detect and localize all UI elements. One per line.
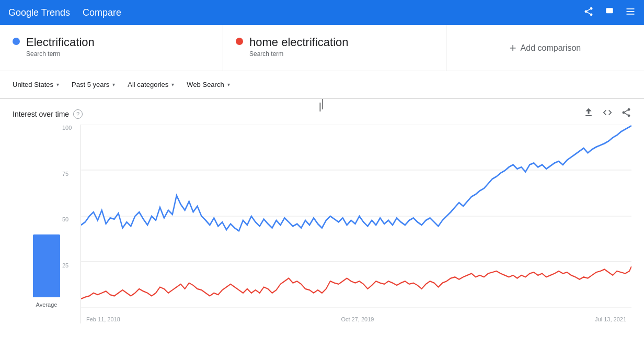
- svg-rect-0: [606, 8, 613, 13]
- location-chevron: ▾: [56, 82, 59, 87]
- blue-line: [81, 126, 631, 231]
- help-label: ?: [76, 111, 79, 117]
- avg-bar-container: Average: [33, 234, 60, 308]
- time-range-label: Past 5 years: [72, 81, 109, 88]
- header-right: [583, 6, 636, 19]
- plus-icon: +: [510, 41, 516, 55]
- search-term-1[interactable]: Electrification Search term: [0, 25, 223, 71]
- notification-icon[interactable]: [604, 6, 615, 19]
- chart-svg: [81, 125, 631, 308]
- chart-right: 100 75 50 25 Feb 11, 2: [80, 125, 631, 323]
- page-title: Compare: [83, 7, 121, 18]
- y-label-25: 25: [62, 262, 72, 268]
- svg-rect-1: [627, 8, 635, 9]
- term1-label: Search term: [26, 50, 95, 58]
- download-button[interactable]: [583, 107, 594, 120]
- chart-section: Interest over time ? Average: [0, 99, 644, 323]
- term2-name: home electrification: [249, 36, 349, 49]
- add-comparison-button[interactable]: + Add comparison: [446, 25, 644, 71]
- term1-text: Electrification Search term: [26, 36, 95, 58]
- location-label: United States: [13, 81, 53, 88]
- add-comparison-label: Add comparison: [521, 43, 581, 53]
- search-terms-bar: Electrification Search term home electri…: [0, 25, 644, 71]
- x-label-1: Feb 11, 2018: [86, 316, 120, 322]
- avg-bar: [33, 234, 60, 297]
- x-label-3: Jul 13, 2021: [595, 316, 626, 322]
- category-filter[interactable]: All categories ▾: [128, 81, 174, 88]
- term2-label: Search term: [249, 50, 349, 58]
- embed-button[interactable]: [602, 107, 613, 120]
- search-type-label: Web Search: [187, 81, 224, 88]
- y-axis: 100 75 50 25: [62, 125, 72, 308]
- share-chart-button[interactable]: [621, 107, 631, 120]
- filters-bar: United States ▾ Past 5 years ▾ All categ…: [0, 71, 644, 98]
- menu-icon[interactable]: [625, 6, 636, 19]
- header-left: Google Trends Compare: [8, 7, 121, 18]
- chart-area: Average 100 75 50 25: [8, 125, 636, 323]
- search-term-2[interactable]: home electrification Search term: [223, 25, 446, 71]
- help-icon[interactable]: ?: [73, 109, 83, 119]
- term1-name: Electrification: [26, 36, 95, 49]
- x-label-2: Oct 27, 2019: [341, 316, 374, 322]
- avg-label: Average: [36, 301, 58, 308]
- svg-rect-3: [627, 14, 635, 15]
- red-line: [81, 266, 631, 299]
- y-label-100: 100: [62, 125, 72, 131]
- category-label: All categories: [128, 81, 168, 88]
- time-range-filter[interactable]: Past 5 years ▾: [72, 81, 115, 88]
- time-chevron: ▾: [112, 82, 115, 87]
- term2-dot: [236, 38, 243, 45]
- location-filter[interactable]: United States ▾: [13, 81, 59, 88]
- search-type-chevron: ▾: [227, 82, 230, 87]
- share-icon[interactable]: [583, 6, 594, 19]
- chart-actions: [583, 107, 631, 120]
- chart-title-group: Interest over time ?: [13, 109, 83, 119]
- y-label-50: 50: [62, 216, 72, 222]
- google-trends-logo[interactable]: Google Trends: [8, 7, 70, 18]
- search-type-filter[interactable]: Web Search ▾: [187, 81, 229, 88]
- term2-text: home electrification Search term: [249, 36, 349, 58]
- y-label-75: 75: [62, 171, 72, 177]
- term1-dot: [13, 38, 20, 45]
- category-chevron: ▾: [171, 82, 174, 87]
- svg-rect-2: [627, 11, 635, 12]
- x-axis: Feb 11, 2018 Oct 27, 2019 Jul 13, 2021: [81, 316, 631, 322]
- header: Google Trends Compare: [0, 0, 644, 25]
- chart-title-text: Interest over time: [13, 110, 69, 118]
